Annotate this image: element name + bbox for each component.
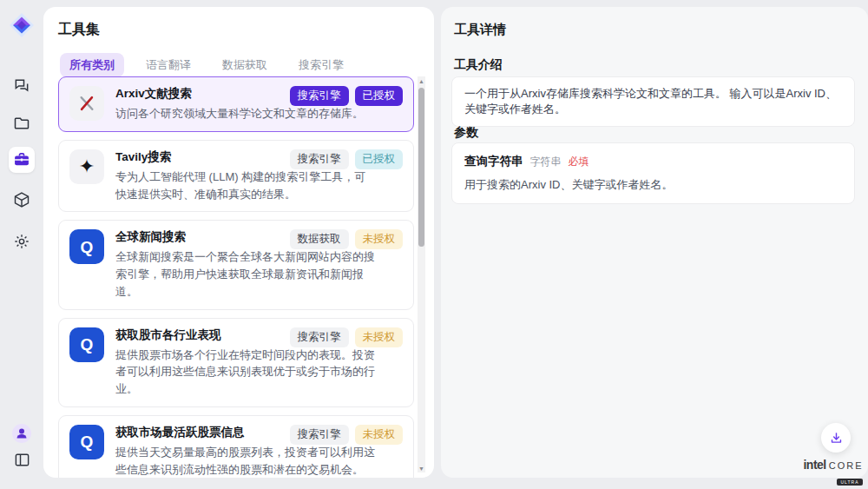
app-logo [9, 12, 35, 38]
tool-card[interactable]: Q获取股市各行业表现提供股票市场各个行业在特定时间段内的表现。投资者可以利用这些… [58, 318, 414, 407]
auth-badge: 已授权 [355, 86, 404, 106]
scroll-up-icon[interactable]: ▲ [418, 76, 425, 85]
download-button[interactable] [821, 423, 851, 453]
category-badge: 搜索引擎 [290, 425, 349, 445]
tool-list-panel: 工具集 所有类别语言翻译数据获取搜索引擎 Arxiv文献搜索访问各个研究领域大量… [43, 7, 434, 478]
tool-card[interactable]: Q全球新闻搜索全球新闻搜索是一个聚合全球各大新闻网站内容的搜索引擎，帮助用户快速… [58, 220, 414, 309]
blueq-icon: Q [69, 327, 104, 362]
scroll-down-icon[interactable]: ▼ [418, 464, 425, 472]
param-box: 查询字符串 字符串 必填 用于搜索的Arxiv ID、关键字或作者姓名。 [451, 142, 855, 204]
briefcase-icon [13, 151, 30, 169]
download-icon [829, 431, 844, 446]
auth-badge: 未授权 [355, 327, 404, 347]
intro-text: 一个用于从Arxiv存储库搜索科学论文和文章的工具。 输入可以是Arxiv ID… [464, 87, 837, 116]
param-type: 字符串 [530, 155, 562, 169]
sidebar-item-settings[interactable] [9, 228, 35, 254]
intro-heading: 工具介绍 [454, 57, 503, 73]
tool-desc: 专为人工智能代理 (LLM) 构建的搜索引擎工具，可快速提供实时、准确和真实的结… [115, 169, 376, 203]
params-heading: 参数 [454, 125, 478, 141]
category-tabs: 所有类别语言翻译数据获取搜索引擎 [60, 53, 353, 77]
param-desc: 用于搜索的Arxiv ID、关键字或作者姓名。 [464, 177, 842, 193]
detail-title: 工具详情 [454, 22, 506, 38]
param-name: 查询字符串 [464, 154, 523, 169]
tool-list: Arxiv文献搜索访问各个研究领域大量科学论文和文章的存储库。搜索引擎已授权✦T… [58, 76, 414, 478]
gear-icon [13, 233, 30, 250]
intel-core-logo: intel CORE ULTRA [803, 458, 864, 487]
tool-desc: 全球新闻搜索是一个聚合全球各大新闻网站内容的搜索引擎，帮助用户快速获取全球最新资… [115, 248, 376, 300]
category-badge: 搜索引擎 [290, 86, 349, 106]
intel-wordmark: intel [803, 458, 825, 472]
auth-badge: 未授权 [355, 229, 404, 249]
category-badge: 数据获取 [290, 229, 349, 249]
tab-语言翻译[interactable]: 语言翻译 [136, 53, 201, 77]
ultra-badge: ULTRA [837, 479, 862, 486]
scrollbar-thumb[interactable] [418, 88, 424, 247]
tab-数据获取[interactable]: 数据获取 [213, 53, 277, 77]
sidebar-item-files[interactable] [9, 110, 35, 136]
tab-搜索引擎[interactable]: 搜索引擎 [289, 53, 353, 77]
blueq-icon: Q [69, 229, 104, 264]
tool-desc: 提供当天交易量最高的股票列表，投资者可以利用这些信息来识别流动性强的股票和潜在的… [115, 444, 376, 478]
cube-icon [13, 191, 30, 208]
auth-badge: 未授权 [355, 425, 404, 445]
tab-所有类别[interactable]: 所有类别 [60, 53, 124, 77]
sidebar-item-models[interactable] [9, 187, 35, 213]
category-badge: 搜索引擎 [290, 149, 349, 169]
sparkle-icon: ✦ [69, 149, 104, 184]
param-required-badge: 必填 [569, 155, 589, 169]
blueq-icon: Q [69, 425, 104, 459]
tool-desc: 提供股票市场各个行业在特定时间段内的表现。投资者可以利用这些信息来识别表现优于或… [115, 347, 376, 398]
core-wordmark: CORE [829, 460, 864, 471]
user-avatar[interactable] [9, 420, 35, 446]
page-title: 工具集 [58, 21, 100, 39]
tool-detail-panel: 工具详情 工具介绍 一个用于从Arxiv存储库搜索科学论文和文章的工具。 输入可… [441, 7, 868, 478]
intro-box: 一个用于从Arxiv存储库搜索科学论文和文章的工具。 输入可以是Arxiv ID… [451, 76, 855, 127]
user-icon [11, 423, 32, 444]
panel-toggle[interactable] [9, 446, 35, 472]
auth-badge: 已授权 [355, 149, 404, 169]
category-badge: 搜索引擎 [290, 327, 349, 347]
sidebar-item-chat[interactable] [9, 73, 35, 99]
tool-card[interactable]: Q获取市场最活跃股票信息提供当天交易量最高的股票列表，投资者可以利用这些信息来识… [58, 415, 414, 478]
tool-card[interactable]: ✦Tavily搜索专为人工智能代理 (LLM) 构建的搜索引擎工具，可快速提供实… [58, 140, 414, 213]
tool-desc: 访问各个研究领域大量科学论文和文章的存储库。 [115, 105, 376, 122]
folder-icon [13, 115, 30, 132]
arxiv-icon [69, 86, 104, 121]
panel-toggle-icon [14, 452, 30, 468]
tool-card[interactable]: Arxiv文献搜索访问各个研究领域大量科学论文和文章的存储库。搜索引擎已授权 [58, 76, 414, 132]
scrollbar[interactable]: ▲ ▼ [418, 76, 425, 472]
icon-sidebar [0, 0, 43, 489]
gem-logo-icon [9, 12, 35, 38]
chat-icon [13, 77, 30, 95]
sidebar-item-tools[interactable] [9, 147, 35, 173]
